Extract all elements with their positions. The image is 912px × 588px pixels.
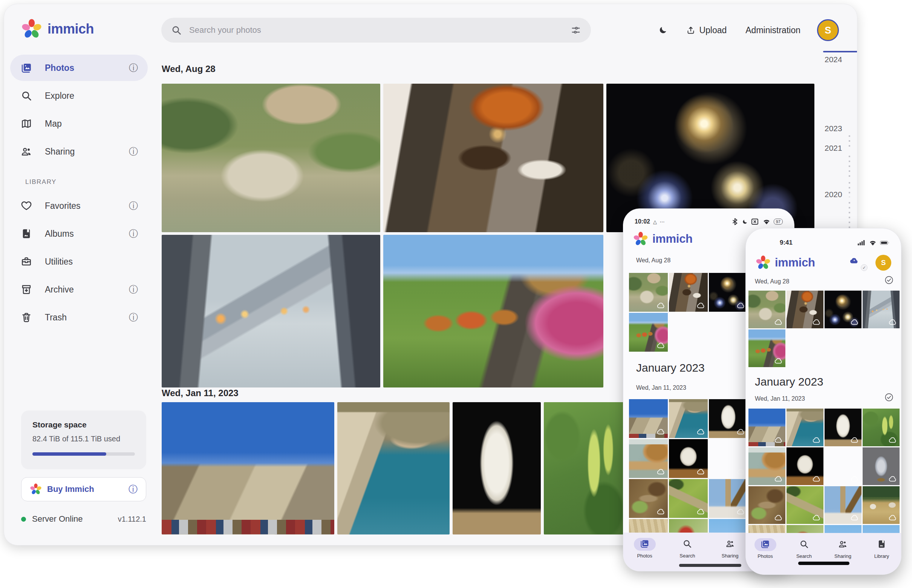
immich-flower-icon [755,255,771,270]
timeline-year-2021[interactable]: 2021 [825,144,855,153]
immich-hero-composite: immich Upload Administration S [0,0,912,588]
status-time: 10:02 [634,218,650,225]
photo-park [749,330,785,367]
photo-beach [629,439,668,478]
photo-hands[interactable] [162,235,380,388]
date-group-header: Wed, Jan 11, 2023 [755,396,805,402]
photos-icon [640,539,649,550]
timeline-year-2024[interactable]: 2024 [825,55,855,64]
cloud-backup-icon [888,317,897,326]
photo-lizard2 [669,479,708,518]
people-icon [725,539,735,550]
cloud-backup-icon [812,513,821,522]
photo-food [669,519,708,533]
photo-castle[interactable] [162,402,334,535]
cloud-backup-icon [696,467,705,476]
photo-berries[interactable] [544,402,628,535]
cloud-backup-icon [888,513,897,522]
photo-sky [825,525,862,533]
cloud-backup-icon [888,435,897,444]
ios-phone-mockup: 9:41 immich ✓ S Wed, Aug 28 January 2023… [746,228,901,575]
people-icon [838,540,847,550]
cloud-backup-icon [736,301,746,310]
select-all-check-icon [885,276,894,284]
photo-lizard1 [749,486,785,524]
cloud-backup-icon [850,513,859,522]
photo-dinner[interactable] [383,84,603,232]
photo-sand [629,519,668,533]
photo-trophy [863,447,899,485]
photo-field [863,486,899,524]
photo-sand [749,525,785,533]
photo-sculpture [669,439,708,478]
photo-lizard2 [786,486,823,524]
cloud-backup-icon [850,317,859,326]
info-icon[interactable]: ⓘ [129,62,138,74]
immich-flower-icon [633,231,648,247]
cloud-backup-icon [657,507,665,516]
photo-sculpture [786,447,823,485]
cloud-backup-icon [657,467,665,476]
ios-status-bar: 9:41 [746,238,901,247]
immich-logo: immich [21,18,94,40]
nav-item-photos: Photos [623,538,666,559]
theme-toggle-button[interactable] [659,26,667,35]
photo-sky [863,525,899,533]
sim-x-icon [750,217,759,226]
cloud-backup-icon [774,317,783,326]
cloud-backup-icon [696,507,705,516]
cloud-backup-icon [888,474,897,483]
cloud-backup-icon [657,427,665,436]
cloud-backup-icon [736,467,746,476]
scrubber-ticks [849,156,850,178]
gesture-handle [679,564,741,567]
photo-monkeys[interactable] [162,84,380,232]
cloud-backup-icon [812,435,821,444]
photo-castle [749,409,785,446]
photo-monkeys [749,291,785,328]
date-group-header: Wed, Aug 28 [636,257,670,264]
cloud-backup-icon [736,427,746,436]
sidebar-item-photos[interactable]: Photos ⓘ [10,55,148,81]
search-input[interactable] [189,25,564,36]
notification-icons: △ ⋯ [653,219,665,225]
photo-coast[interactable] [337,402,450,535]
immich-logo-text: immich [47,21,94,37]
search-bar[interactable] [161,18,591,43]
scrubber-ticks [849,135,850,148]
date-group-header: Wed, Aug 28 [755,278,789,285]
photo-dinner [669,273,708,312]
photo-castle [629,399,668,438]
search-icon [799,540,809,550]
photo-ruins [825,447,862,485]
photo-lizard1 [629,479,668,518]
photo-beach [749,447,785,485]
top-actions: Upload Administration S [659,18,839,43]
filter-sliders-icon[interactable] [571,25,581,36]
timeline-year-2023[interactable]: 2023 [825,124,855,133]
photo-monkeys [629,273,668,312]
upload-label: Upload [699,25,726,36]
photo-bust[interactable] [453,402,541,535]
cloud-backup-icon [736,507,746,516]
cloud-backup-icon [850,435,859,444]
dnd-moon-icon [742,219,748,225]
month-header: January 2023 [636,362,705,374]
timeline-year-2020[interactable]: 2020 [825,190,855,199]
photo-ruins [709,439,748,478]
photo-coast [669,399,708,438]
album-icon [877,540,886,550]
user-avatar: S [875,255,891,271]
backup-cloud-icon: ✓ [849,256,866,270]
status-time: 9:41 [780,239,793,247]
upload-button[interactable]: Upload [684,25,729,36]
date-group-header: Wed, Jan 11, 2023 [636,384,686,391]
photos-icon [21,62,32,73]
photo-bust [825,409,862,446]
cloud-backup-icon [812,317,821,326]
administration-link[interactable]: Administration [746,25,801,36]
search-icon [683,539,692,550]
scrubber-ticks [849,182,850,197]
battery-icon: 97 [774,219,783,225]
photo-park[interactable] [383,235,603,388]
